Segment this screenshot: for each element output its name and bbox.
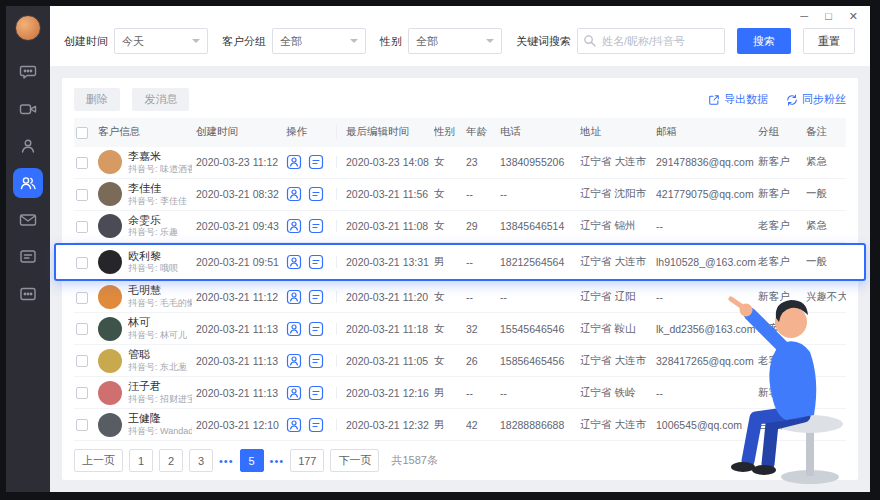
table-row[interactable]: 汪子君抖音号: 招财进宝 2020-03-21 11:13 2020-03-21… — [74, 377, 846, 409]
sidebar-item-more[interactable] — [13, 279, 43, 309]
app-window-frame: ─ □ ✕ 创建时间 今天 客户分组 全部 — [0, 0, 880, 500]
sidebar-item-chat[interactable] — [13, 57, 43, 87]
message-action-icon[interactable] — [308, 186, 324, 202]
message-action-icon[interactable] — [308, 321, 324, 337]
table-row[interactable]: 李佳佳抖音号: 李佳佳 2020-03-21 08:32 2020-03-21 … — [74, 179, 846, 211]
keyword-label: 关键词搜索 — [516, 34, 571, 49]
profile-action-icon[interactable] — [286, 353, 302, 369]
profile-action-icon[interactable] — [286, 154, 302, 170]
profile-action-icon[interactable] — [286, 254, 302, 270]
delete-button[interactable]: 删除 — [74, 88, 120, 111]
douyin-id: 抖音号: 招财进宝 — [128, 394, 192, 405]
profile-action-icon[interactable] — [286, 321, 302, 337]
edited-time: 2020-03-21 11:08 — [336, 220, 434, 232]
address-cell: 辽宁省 辽阳 — [580, 290, 656, 304]
sidebar-item-customers[interactable] — [13, 168, 43, 198]
group-select[interactable]: 全部 — [272, 28, 366, 54]
sidebar-item-message[interactable] — [13, 242, 43, 272]
avatar — [98, 150, 122, 174]
group-label: 客户分组 — [222, 34, 266, 49]
sidebar — [6, 6, 50, 492]
table-row[interactable]: 余雯乐抖音号: 乐趣 2020-03-21 09:43 2020-03-21 1… — [74, 211, 846, 243]
search-icon — [583, 34, 596, 47]
gender-select[interactable]: 全部 — [408, 28, 502, 54]
customer-name: 王健隆 — [128, 412, 192, 426]
search-input[interactable] — [577, 28, 725, 54]
page-5-active[interactable]: 5 — [240, 449, 264, 472]
douyin-id: 抖音号: 林可儿 — [128, 330, 187, 341]
message-action-icon[interactable] — [308, 254, 324, 270]
prev-page-button[interactable]: 上一页 — [74, 449, 123, 472]
profile-action-icon[interactable] — [286, 289, 302, 305]
table-row[interactable]: 管聪抖音号: 东北葱 2020-03-21 11:13 2020-03-21 1… — [74, 345, 846, 377]
created-time: 2020-03-21 11:12 — [196, 291, 286, 303]
message-action-icon[interactable] — [308, 218, 324, 234]
row-checkbox[interactable] — [76, 387, 88, 399]
next-page-button[interactable]: 下一页 — [330, 449, 379, 472]
chevron-down-icon — [486, 39, 494, 43]
app-window: ─ □ ✕ 创建时间 今天 客户分组 全部 — [6, 6, 870, 492]
sidebar-item-video[interactable] — [13, 94, 43, 124]
phone-cell: -- — [500, 291, 580, 303]
message-action-icon[interactable] — [308, 353, 324, 369]
close-icon[interactable]: ✕ — [849, 11, 858, 22]
customer-name: 李嘉米 — [128, 150, 192, 164]
gender-cell: 女 — [434, 155, 466, 169]
phone-cell: -- — [500, 188, 580, 200]
table-row[interactable]: 王健隆抖音号: Wandada 2020-03-21 12:10 2020-03… — [74, 409, 846, 441]
sidebar-item-mail[interactable] — [13, 205, 43, 235]
message-action-icon[interactable] — [308, 417, 324, 433]
column-header-created: 创建时间 — [196, 125, 286, 139]
column-header-actions: 操作 — [286, 125, 336, 139]
address-cell: 辽宁省 铁岭 — [580, 386, 656, 400]
sync-fans-label: 同步粉丝 — [802, 92, 846, 107]
row-checkbox[interactable] — [76, 221, 88, 233]
page-177[interactable]: 177 — [290, 449, 324, 472]
page-1[interactable]: 1 — [129, 449, 153, 472]
page-ellipsis[interactable]: ••• — [219, 455, 234, 467]
sidebar-item-contacts[interactable] — [13, 131, 43, 161]
row-checkbox[interactable] — [76, 419, 88, 431]
sync-fans-link[interactable]: 同步粉丝 — [786, 92, 846, 107]
message-action-icon[interactable] — [308, 289, 324, 305]
message-action-icon[interactable] — [308, 154, 324, 170]
page-3[interactable]: 3 — [189, 449, 213, 472]
search-button[interactable]: 搜索 — [737, 28, 791, 54]
row-checkbox[interactable] — [76, 189, 88, 201]
note-cell: 紧急 — [806, 155, 846, 169]
column-header-group: 分组 — [758, 125, 806, 139]
phone-cell: 13845646514 — [500, 220, 580, 232]
select-all-checkbox[interactable] — [76, 127, 88, 139]
table-row[interactable]: 毛明慧抖音号: 毛毛的懒猫 2020-03-21 11:12 2020-03-2… — [74, 281, 846, 313]
profile-action-icon[interactable] — [286, 218, 302, 234]
profile-action-icon[interactable] — [286, 417, 302, 433]
table-row[interactable]: 林可抖音号: 林可儿 2020-03-21 11:13 2020-03-21 1… — [74, 313, 846, 345]
maximize-icon[interactable]: □ — [825, 11, 832, 22]
gender-cell: 女 — [434, 187, 466, 201]
page-2[interactable]: 2 — [159, 449, 183, 472]
gender-cell: 女 — [434, 219, 466, 233]
row-checkbox[interactable] — [76, 257, 88, 269]
message-action-icon[interactable] — [308, 385, 324, 401]
reset-button[interactable]: 重置 — [803, 28, 855, 54]
profile-action-icon[interactable] — [286, 186, 302, 202]
table-row[interactable]: 李嘉米抖音号: 味道酒香 2020-03-23 11:12 2020-03-23… — [74, 147, 846, 179]
douyin-id: 抖音号: 毛毛的懒猫 — [128, 298, 192, 309]
address-cell: 辽宁省 大连市 — [580, 255, 656, 269]
profile-action-icon[interactable] — [286, 385, 302, 401]
minimize-icon[interactable]: ─ — [800, 11, 808, 22]
row-checkbox[interactable] — [76, 292, 88, 304]
export-data-link[interactable]: 导出数据 — [708, 92, 768, 107]
user-avatar[interactable] — [15, 15, 41, 41]
table-row-selected[interactable]: 欧利黎抖音号: 哦呗 2020-03-21 09:51 2020-03-21 1… — [54, 243, 866, 282]
phone-cell: 18212564564 — [500, 256, 580, 268]
created-time-select[interactable]: 今天 — [114, 28, 208, 54]
send-message-button[interactable]: 发消息 — [132, 88, 189, 111]
row-checkbox[interactable] — [76, 323, 88, 335]
page-ellipsis[interactable]: ••• — [270, 455, 285, 467]
row-checkbox[interactable] — [76, 157, 88, 169]
douyin-id: 抖音号: 李佳佳 — [128, 196, 187, 207]
content-area: ─ □ ✕ 创建时间 今天 客户分组 全部 — [50, 6, 870, 492]
email-cell: 1006545@qq.com — [656, 419, 758, 431]
row-checkbox[interactable] — [76, 355, 88, 367]
